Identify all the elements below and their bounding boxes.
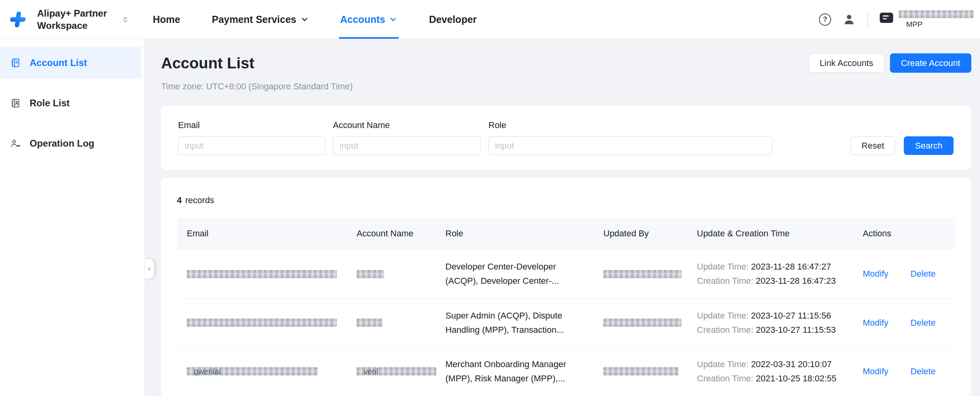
table-row: gwenlai venl Merchant Onboarding Manager… — [177, 347, 956, 396]
create-account-button[interactable]: Create Account — [890, 53, 971, 73]
account-name-filter-input[interactable] — [333, 136, 481, 155]
modify-link[interactable]: Modify — [863, 366, 888, 376]
redacted-account-name — [357, 270, 384, 278]
filter-row: Email Account Name Role Reset Search — [178, 120, 954, 155]
records-count-line: 4records — [177, 195, 956, 206]
body-row: Account List Role List — [0, 39, 980, 396]
divider — [867, 11, 868, 27]
table-row: Super Admin (ACQP), Dispute Handling (MP… — [177, 298, 956, 347]
operation-log-icon — [10, 138, 21, 149]
col-header-updated-by: Updated By — [593, 217, 687, 250]
creation-time-value: 2023-11-28 16:47:23 — [756, 276, 836, 286]
delete-link[interactable]: Delete — [911, 269, 936, 279]
email-fragment: gwenlai — [194, 367, 221, 375]
records-label: records — [185, 195, 214, 205]
filter-buttons: Reset Search — [850, 136, 954, 155]
help-icon[interactable] — [819, 13, 831, 26]
page-actions: Link Accounts Create Account — [809, 53, 971, 73]
update-time-value: 2023-11-28 16:47:27 — [751, 262, 831, 272]
col-header-role: Role — [436, 217, 593, 250]
screen: Alipay+ Partner Workspace Home Payment S… — [0, 0, 980, 396]
link-accounts-button[interactable]: Link Accounts — [809, 53, 884, 73]
redacted-updated-by — [603, 319, 681, 327]
role-cell: Merchant Onboarding Manager (MPP), Risk … — [445, 357, 580, 386]
email-filter-field: Email — [178, 120, 325, 155]
sidebar-item-role-list[interactable]: Role List — [0, 87, 141, 119]
search-button[interactable]: Search — [904, 136, 954, 155]
modify-link[interactable]: Modify — [863, 269, 888, 279]
creation-time-line: Creation Time: 2023-10-27 11:15:53 — [697, 323, 853, 337]
org-label: MPP — [899, 20, 974, 29]
nav-label: Payment Services — [212, 14, 296, 25]
sidebar-item-label: Role List — [30, 98, 69, 109]
col-header-account-name: Account Name — [347, 217, 436, 250]
org-badge-icon — [880, 13, 893, 23]
nav-label: Home — [153, 14, 180, 25]
table-header-row: Email Account Name Role Updated By Updat… — [177, 217, 956, 250]
delete-link[interactable]: Delete — [911, 366, 936, 376]
records-count: 4 — [177, 195, 182, 205]
creation-time-value: 2021-10-25 18:02:55 — [756, 373, 836, 383]
page-title: Account List — [161, 55, 254, 72]
org-meta: MPP — [899, 10, 974, 29]
update-time-value: 2023-10-27 11:15:56 — [751, 311, 831, 321]
email-filter-input[interactable] — [178, 136, 325, 155]
redacted-updated-by — [603, 270, 681, 278]
timezone-note: Time zone: UTC+8:00 (Singapore Standard … — [161, 81, 971, 92]
update-time-line: Update Time: 2023-10-27 11:15:56 — [697, 309, 853, 323]
workspace-switcher-icon[interactable] — [122, 16, 129, 23]
reset-button[interactable]: Reset — [850, 136, 895, 155]
workspace-title: Alipay+ Partner Workspace — [37, 7, 116, 32]
nav-item-home[interactable]: Home — [153, 0, 180, 39]
sidebar-item-operation-log[interactable]: Operation Log — [0, 128, 141, 159]
redacted-account-name — [357, 319, 383, 327]
nav-label: Developer — [429, 14, 477, 25]
navbar-right: MPP — [819, 10, 974, 29]
nav-label: Accounts — [340, 14, 385, 25]
org-switcher[interactable]: MPP — [880, 10, 974, 29]
page-head: Account List Link Accounts Create Accoun… — [161, 53, 971, 73]
creation-time-line: Creation Time: 2023-11-28 16:47:23 — [697, 274, 853, 288]
creation-time-label: Creation Time: — [697, 373, 753, 383]
nav-item-developer[interactable]: Developer — [429, 0, 477, 39]
nav-item-payment-services[interactable]: Payment Services — [212, 0, 308, 39]
accounts-table: Email Account Name Role Updated By Updat… — [177, 217, 956, 396]
modify-link[interactable]: Modify — [863, 318, 888, 328]
update-time-label: Update Time: — [697, 359, 749, 369]
role-list-icon — [10, 98, 21, 108]
creation-time-label: Creation Time: — [697, 276, 753, 286]
account-name-filter-label: Account Name — [333, 120, 481, 130]
role-filter-field: Role — [488, 120, 772, 155]
nav-item-accounts[interactable]: Accounts — [340, 0, 398, 39]
role-cell: Developer Center-Developer (ACQP), Devel… — [445, 260, 580, 288]
main-content: Account List Link Accounts Create Accoun… — [145, 39, 980, 396]
creation-time-label: Creation Time: — [697, 325, 753, 335]
table-card: 4records Email Account Name Role Updated… — [161, 178, 971, 396]
role-filter-input[interactable] — [488, 136, 772, 155]
update-time-label: Update Time: — [697, 311, 749, 321]
update-time-line: Update Time: 2022-03-31 20:10:07 — [697, 357, 853, 371]
account-fragment: venl — [364, 367, 378, 375]
update-time-line: Update Time: 2023-11-28 16:47:27 — [697, 260, 853, 274]
user-icon[interactable] — [843, 13, 855, 26]
redacted-email — [187, 319, 337, 327]
delete-link[interactable]: Delete — [911, 318, 936, 328]
creation-time-value: 2023-10-27 11:15:53 — [756, 325, 836, 335]
main-nav: Home Payment Services Accounts Developer — [153, 0, 508, 39]
sidebar-item-account-list[interactable]: Account List — [0, 47, 141, 79]
chevron-down-icon — [300, 15, 309, 24]
account-name-filter-field: Account Name — [333, 120, 481, 155]
chevron-left-icon — [147, 266, 152, 272]
role-filter-label: Role — [488, 120, 772, 130]
sidebar-item-label: Account List — [30, 57, 87, 68]
redacted-updated-by — [603, 367, 678, 375]
col-header-email: Email — [177, 217, 347, 250]
account-list-icon — [10, 58, 21, 68]
alipay-plus-logo-icon — [9, 10, 27, 28]
sidebar-collapse-handle[interactable] — [145, 259, 154, 278]
col-header-actions: Actions — [853, 217, 956, 250]
email-filter-label: Email — [178, 120, 325, 130]
brand: Alipay+ Partner Workspace — [9, 7, 129, 32]
redacted-email — [187, 270, 337, 278]
update-time-label: Update Time: — [697, 262, 749, 272]
